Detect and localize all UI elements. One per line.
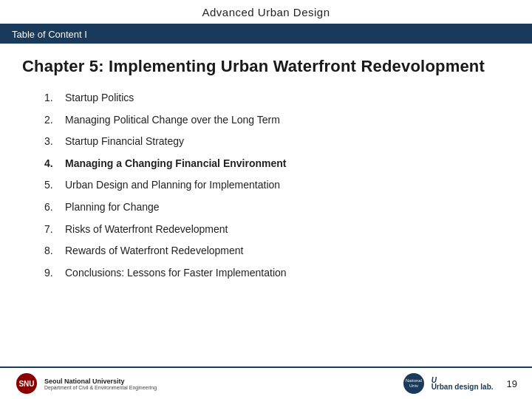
item-number: 4. <box>44 157 65 171</box>
svg-text:SNU: SNU <box>18 380 34 388</box>
toc-list-item: 6.Planning for Change <box>44 200 510 215</box>
page-number: 19 <box>507 378 517 389</box>
item-text: Startup Politics <box>65 91 134 106</box>
toc-list-item: 3.Startup Financial Strategy <box>44 134 510 149</box>
item-text: Planning for Change <box>65 200 160 215</box>
item-number: 7. <box>44 222 65 237</box>
toc-label: Table of Content I <box>12 29 87 40</box>
item-number: 6. <box>44 200 65 215</box>
udlab-logo-icon: National Univ <box>402 372 426 395</box>
toc-list-item: 8.Rewards of Waterfront Redevelopment <box>44 244 510 259</box>
item-text: Conclusions: Lessons for Faster Implemen… <box>65 266 287 281</box>
item-text: Managing a Changing Financial Environmen… <box>65 157 286 171</box>
header-title: Advanced Urban Design <box>202 6 330 18</box>
item-number: 9. <box>44 266 65 281</box>
item-number: 5. <box>44 178 65 193</box>
item-text: Rewards of Waterfront Redevelopment <box>65 244 243 259</box>
content-list: 1.Startup Politics2.Managing Political C… <box>0 83 532 295</box>
toc-items-list: 1.Startup Politics2.Managing Political C… <box>44 91 510 280</box>
footer-left: SNU Seoul National University Department… <box>15 372 157 395</box>
footer-right: National Univ U Urban design lab. 19 <box>402 372 517 395</box>
item-number: 2. <box>44 113 65 128</box>
footer: SNU Seoul National University Department… <box>0 366 532 399</box>
udlab-text-block: U Urban design lab. <box>432 376 494 391</box>
svg-text:National: National <box>406 378 422 383</box>
toc-list-item: 1.Startup Politics <box>44 91 510 106</box>
item-text: Risks of Waterfront Redevelopment <box>65 222 228 237</box>
snu-dept: Department of Civil & Environmental Engi… <box>44 385 157 390</box>
svg-text:Univ: Univ <box>409 383 418 388</box>
item-text: Managing Political Change over the Long … <box>65 113 280 128</box>
toc-list-item: 2.Managing Political Change over the Lon… <box>44 113 510 128</box>
item-text: Startup Financial Strategy <box>65 134 184 149</box>
toc-list-item: 9.Conclusions: Lessons for Faster Implem… <box>44 266 510 281</box>
toc-list-item: 7.Risks of Waterfront Redevelopment <box>44 222 510 237</box>
item-number: 8. <box>44 244 65 259</box>
toc-banner: Table of Content I <box>0 25 532 44</box>
item-text: Urban Design and Planning for Implementa… <box>65 178 280 193</box>
page-header: Advanced Urban Design <box>0 0 532 25</box>
item-number: 3. <box>44 134 65 149</box>
item-number: 1. <box>44 91 65 106</box>
toc-list-item: 5.Urban Design and Planning for Implemen… <box>44 178 510 193</box>
udlab-label: Urban design lab. <box>432 383 494 391</box>
snu-text: Seoul National University Department of … <box>44 378 157 390</box>
chapter-title: Chapter 5: Implementing Urban Waterfront… <box>0 44 532 83</box>
snu-logo-icon: SNU <box>15 372 38 395</box>
snu-name: Seoul National University <box>44 378 125 385</box>
toc-list-item: 4.Managing a Changing Financial Environm… <box>44 157 510 171</box>
